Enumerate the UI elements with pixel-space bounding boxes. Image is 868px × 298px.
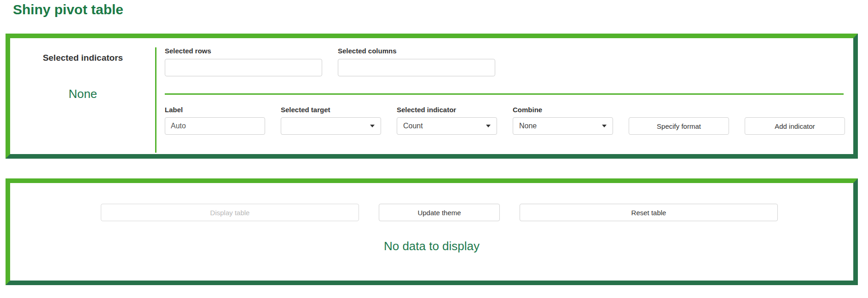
- update-theme-button[interactable]: Update theme: [379, 204, 500, 221]
- selected-columns-input[interactable]: [338, 59, 495, 76]
- selected-indicator-select-value: Count: [403, 122, 423, 130]
- combine-label: Combine: [513, 106, 542, 114]
- selected-columns-label: Selected columns: [338, 47, 397, 55]
- pivot-table-panel: Display table Update theme Reset table N…: [6, 178, 858, 285]
- selected-rows-label: Selected rows: [165, 47, 211, 55]
- indicator-config-panel: Selected indicators None Selected rows S…: [6, 34, 858, 159]
- page: Shiny pivot table Selected indicators No…: [0, 0, 868, 298]
- selected-indicators-value: None: [10, 87, 156, 101]
- selected-indicator-label: Selected indicator: [397, 106, 456, 114]
- label-field-label: Label: [165, 106, 183, 114]
- display-table-button: Display table: [101, 204, 359, 221]
- caret-down-icon: [602, 125, 607, 127]
- combine-select-value: None: [519, 122, 537, 130]
- horizontal-separator: [165, 93, 844, 95]
- specify-format-button[interactable]: Specify format: [629, 117, 729, 135]
- selected-target-label: Selected target: [281, 106, 330, 114]
- caret-down-icon: [370, 125, 375, 127]
- no-data-message: No data to display: [10, 239, 853, 253]
- selected-indicator-select[interactable]: Count: [397, 117, 497, 135]
- selected-indicators-heading: Selected indicators: [10, 53, 156, 63]
- label-input[interactable]: [165, 117, 265, 135]
- reset-table-button[interactable]: Reset table: [520, 204, 778, 221]
- caret-down-icon: [486, 125, 491, 127]
- selected-target-select[interactable]: [281, 117, 381, 135]
- selected-rows-input[interactable]: [165, 59, 322, 76]
- combine-select[interactable]: None: [513, 117, 613, 135]
- vertical-divider: [155, 47, 156, 153]
- add-indicator-button[interactable]: Add indicator: [745, 117, 845, 135]
- page-title: Shiny pivot table: [13, 2, 123, 17]
